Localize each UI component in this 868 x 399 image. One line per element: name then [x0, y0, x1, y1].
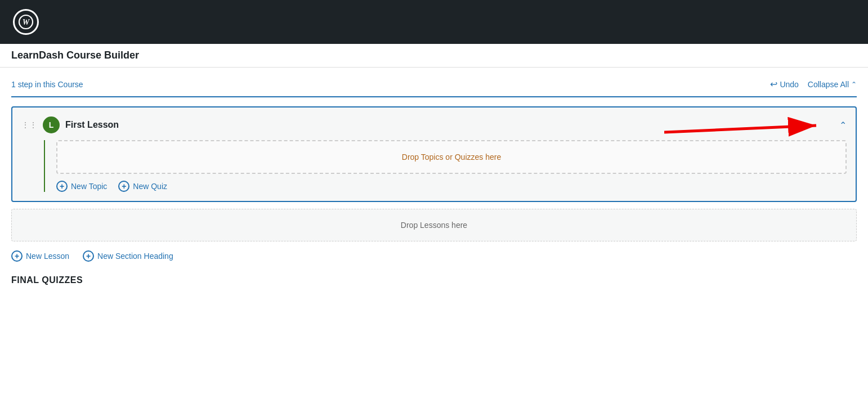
new-quiz-label: New Quiz — [133, 182, 167, 191]
wp-logo[interactable]: W — [9, 5, 43, 39]
new-lesson-label: New Lesson — [26, 252, 69, 261]
drop-lessons-zone: Drop Lessons here — [11, 209, 857, 241]
drop-zone-text: Drop Topics or Quizzes here — [402, 153, 501, 162]
lesson-header-left: ⋮⋮ L First Lesson — [21, 116, 119, 133]
chevron-up-icon: ⌃ — [851, 80, 857, 88]
new-quiz-plus-icon: + — [118, 181, 129, 192]
new-quiz-button[interactable]: + New Quiz — [118, 181, 167, 192]
header-actions: Undo Collapse All ⌃ — [770, 79, 857, 89]
drop-lessons-text: Drop Lessons here — [401, 221, 467, 230]
drag-handle-icon[interactable]: ⋮⋮ — [21, 120, 37, 129]
admin-bar: W — [0, 0, 868, 44]
wordpress-icon: W — [13, 9, 39, 35]
new-topic-plus-icon: + — [56, 181, 68, 192]
final-quizzes-heading: FINAL QUIZZES — [11, 275, 857, 285]
topics-quizzes-drop-zone: Drop Topics or Quizzes here — [56, 140, 847, 174]
course-builder-header: 1 step in this Course Undo Collapse All … — [11, 79, 857, 97]
lesson-add-buttons-row: + New Topic + New Quiz — [56, 181, 847, 192]
lesson-body: Drop Topics or Quizzes here + New Topic … — [44, 140, 847, 192]
new-section-plus-icon: + — [83, 250, 94, 262]
new-section-heading-button[interactable]: + New Section Heading — [83, 250, 173, 262]
main-content: 1 step in this Course Undo Collapse All … — [0, 68, 868, 297]
collapse-all-button[interactable]: Collapse All ⌃ — [808, 80, 857, 89]
undo-button[interactable]: Undo — [770, 79, 798, 89]
page-title-bar: LearnDash Course Builder — [0, 44, 868, 68]
new-topic-button[interactable]: + New Topic — [56, 181, 107, 192]
bottom-add-row: + New Lesson + New Section Heading — [11, 250, 857, 262]
new-lesson-button[interactable]: + New Lesson — [11, 250, 69, 262]
new-lesson-plus-icon: + — [11, 250, 23, 262]
lesson-header: ⋮⋮ L First Lesson ⌃ — [21, 116, 847, 133]
new-topic-label: New Topic — [71, 182, 107, 191]
page-title: LearnDash Course Builder — [11, 50, 139, 61]
new-section-heading-label: New Section Heading — [97, 252, 173, 261]
collapse-all-label: Collapse All — [808, 80, 849, 89]
lesson-card: ⋮⋮ L First Lesson ⌃ Drop Topics or Quizz… — [11, 106, 857, 202]
lesson-title: First Lesson — [65, 120, 119, 130]
svg-text:W: W — [23, 18, 30, 26]
steps-count: 1 step in this Course — [11, 80, 83, 89]
lesson-collapse-button[interactable]: ⌃ — [839, 120, 847, 131]
lesson-type-icon: L — [43, 116, 60, 133]
